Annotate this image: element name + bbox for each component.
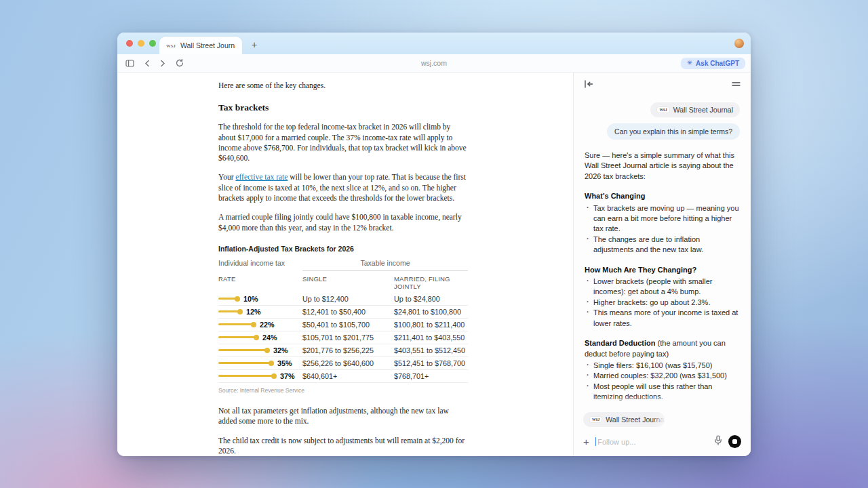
effective-tax-rate-link[interactable]: effective tax rate <box>235 173 288 181</box>
tab-title: Wall Street Journal <box>180 41 235 49</box>
profile-avatar[interactable] <box>734 39 744 48</box>
minimize-window-button[interactable] <box>138 40 144 47</box>
assistant-bullet: Tax brackets are moving up — meaning you… <box>585 203 740 235</box>
tax-brackets-chart: Inflation-Adjusted Tax Brackets for 2026… <box>218 245 468 394</box>
article-paragraph: Your effective tax rate will be lower th… <box>218 172 468 203</box>
plus-icon[interactable]: + <box>583 437 589 447</box>
assistant-bullet: Lower brackets (people with smaller inco… <box>585 277 740 298</box>
forward-icon[interactable] <box>160 60 165 67</box>
follow-up-field-wrap <box>595 437 708 446</box>
page-context-chip[interactable]: WSJ Wall Street Journal <box>650 102 740 117</box>
assistant-bullet: The changes are due to inflation adjustm… <box>585 235 740 256</box>
tab-wall-street-journal[interactable]: WSJ Wall Street Journal <box>159 37 242 54</box>
table-row: 12% $12,401 to $50,400 $24,801 to $100,8… <box>218 306 468 319</box>
article-paragraph: A married couple filing jointly could ha… <box>218 212 468 233</box>
rate-bar <box>218 310 240 312</box>
mic-icon[interactable] <box>714 435 722 448</box>
assistant-bullet: Single filers: $16,100 (was $15,750) <box>585 361 740 371</box>
assistant-heading: How Much Are They Changing? <box>585 265 740 275</box>
article-pane: Here are some of the key changes. Tax br… <box>117 73 573 456</box>
browser-toolbar: wsj.com ✳ Ask ChatGPT <box>117 54 751 73</box>
assistant-heading: What's Changing <box>585 191 740 201</box>
user-message-bubble: Can you explain this in simple terms? <box>607 123 740 140</box>
text-caret <box>595 437 596 446</box>
rate-bar <box>218 298 237 300</box>
reload-icon[interactable] <box>176 59 184 67</box>
composer: WSJ Wall Street Journa + <box>574 411 751 456</box>
rate-bar <box>218 362 271 364</box>
rate-bar <box>218 323 254 325</box>
assistant-bullet: Married couples: $32,200 (was $31,500) <box>585 371 740 381</box>
table-header-row: RATE SINGLE MARRIED, FILING JOINTLY <box>218 271 468 293</box>
url-bar[interactable]: wsj.com <box>117 59 751 67</box>
composer-context-chip[interactable]: WSJ Wall Street Journa <box>583 412 665 427</box>
follow-up-input[interactable] <box>597 438 708 446</box>
window-controls <box>126 40 156 47</box>
chart-left-label: Individual income tax <box>218 259 302 268</box>
wsj-favicon: WSJ <box>166 43 176 48</box>
openai-logo-icon: ✳ <box>687 60 692 66</box>
browser-window: WSJ Wall Street Journal + <box>117 33 751 456</box>
assistant-heading: Standard Deduction (the amount you can d… <box>585 338 740 359</box>
rate-bar <box>218 375 274 377</box>
table-row: 37% $640,601+ $768,701+ <box>218 370 468 383</box>
table-row: 32% $201,776 to $256,225 $403,551 to $51… <box>218 344 468 357</box>
wsj-favicon: WSJ <box>590 417 601 422</box>
chatgpt-sidebar: WSJ Wall Street Journal Can you explain … <box>573 73 751 456</box>
assistant-intro: Sure — here's a simple summary of what t… <box>585 150 740 182</box>
ask-chatgpt-button[interactable]: ✳ Ask ChatGPT <box>681 58 745 69</box>
close-window-button[interactable] <box>126 40 133 47</box>
tab-strip: WSJ Wall Street Journal + <box>117 33 751 54</box>
chart-right-label: Taxable income <box>302 259 468 271</box>
article-paragraph: The threshold for the top federal income… <box>218 122 468 163</box>
table-row: 22% $50,401 to $105,700 $100,801 to $211… <box>218 319 468 331</box>
back-icon[interactable] <box>144 60 150 67</box>
chart-source: Source: Internal Revenue Service <box>218 387 468 394</box>
assistant-bullet: Most people will use this rather than it… <box>585 382 740 403</box>
zoom-window-button[interactable] <box>149 40 156 47</box>
table-row: 24% $105,701 to $201,775 $211,401 to $40… <box>218 331 468 344</box>
wsj-favicon: WSJ <box>657 107 669 113</box>
rate-bar <box>218 349 267 351</box>
article-paragraph: The child tax credit is now subject to a… <box>218 436 468 456</box>
sidebar-toggle-icon[interactable] <box>125 60 134 67</box>
article-paragraph: Not all tax parameters get inflation adj… <box>218 406 468 427</box>
assistant-message: Sure — here's a simple summary of what t… <box>585 150 740 411</box>
table-row: 10% Up to $12,400 Up to $24,800 <box>218 293 468 306</box>
table-row: 35% $256,226 to $640,600 $512,451 to $76… <box>218 357 468 370</box>
menu-icon[interactable] <box>732 81 741 87</box>
chart-title: Inflation-Adjusted Tax Brackets for 2026 <box>218 245 468 253</box>
chat-transcript: WSJ Wall Street Journal Can you explain … <box>574 97 751 411</box>
assistant-bullet: This means more of your income is taxed … <box>585 308 740 329</box>
new-tab-button[interactable]: + <box>248 38 261 52</box>
section-heading-tax-brackets: Tax brackets <box>218 102 468 113</box>
article-paragraph: Here are some of the key changes. <box>218 81 468 91</box>
collapse-panel-icon[interactable] <box>584 80 593 88</box>
assistant-bullet: Higher brackets: go up about 2.3%. <box>585 298 740 308</box>
rate-bar <box>218 336 256 338</box>
voice-mode-button[interactable] <box>728 435 741 448</box>
